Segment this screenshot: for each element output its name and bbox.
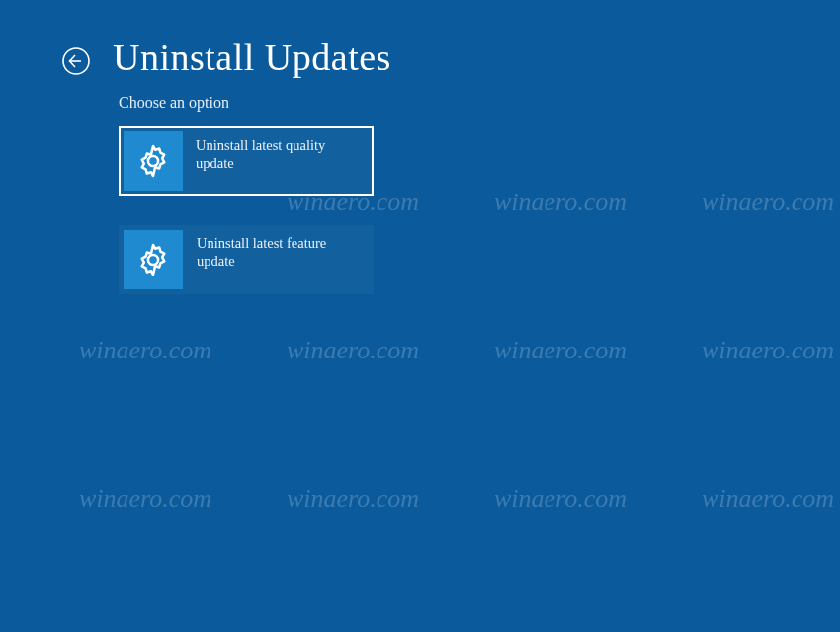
watermark-text: winaero.com: [494, 336, 627, 365]
svg-point-2: [148, 156, 158, 166]
watermark-text: winaero.com: [79, 484, 211, 514]
back-button[interactable]: [59, 44, 93, 78]
watermark-text: winaero.com: [494, 188, 627, 217]
gear-icon: [124, 131, 183, 191]
page-title: Uninstall Updates: [113, 36, 391, 79]
option-label: Uninstall latest feature update: [187, 226, 373, 270]
watermark-text: winaero.com: [79, 336, 211, 365]
option-uninstall-quality-update[interactable]: Uninstall latest quality update: [119, 126, 374, 196]
watermark-text: winaero.com: [702, 484, 834, 514]
back-arrow-icon: [61, 46, 91, 76]
watermark-text: winaero.com: [702, 188, 834, 217]
page-subtitle: Choose an option: [119, 94, 229, 112]
recovery-screen: Uninstall Updates Choose an option Unins…: [0, 0, 840, 632]
option-uninstall-feature-update[interactable]: Uninstall latest feature update: [119, 225, 374, 294]
watermark-text: winaero.com: [702, 336, 834, 365]
header: Uninstall Updates: [59, 36, 391, 79]
gear-icon: [124, 230, 183, 289]
svg-point-3: [148, 255, 158, 265]
watermark-text: winaero.com: [287, 336, 419, 365]
watermark-text: winaero.com: [287, 484, 419, 514]
options-list: Uninstall latest quality update Uninstal…: [119, 126, 374, 324]
watermark-text: winaero.com: [494, 484, 627, 514]
option-label: Uninstall latest quality update: [186, 128, 372, 172]
